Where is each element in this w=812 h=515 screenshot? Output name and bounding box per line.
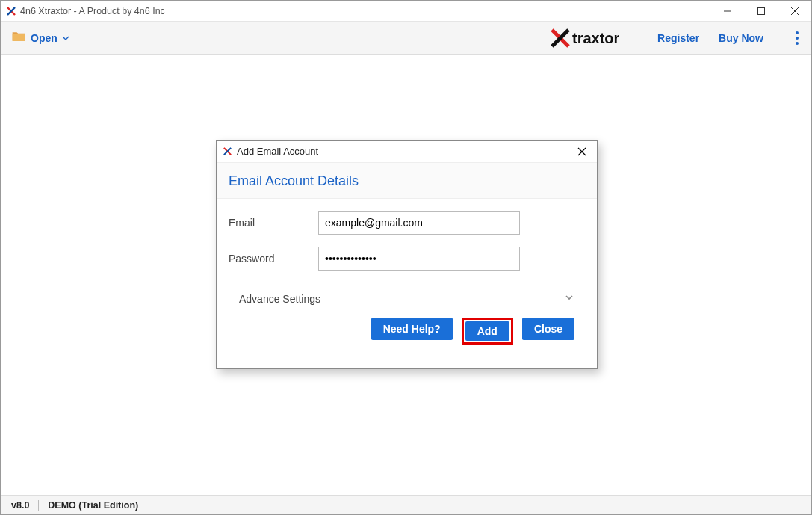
dialog-icon [223,147,232,156]
add-email-account-dialog: Add Email Account Email Account Details … [216,140,598,369]
chevron-down-icon [564,292,574,306]
register-link[interactable]: Register [657,32,699,44]
password-label: Password [229,253,318,265]
email-input[interactable] [318,211,520,235]
password-input[interactable] [318,247,520,271]
status-version: v8.0 [11,500,29,511]
open-menu-button[interactable]: Open [11,29,69,46]
advance-settings-label: Advance Settings [239,293,564,305]
need-help-button[interactable]: Need Help? [371,318,453,340]
titlebar: 4n6 Xtraxtor - A Product by 4n6 Inc [1,1,811,22]
minimize-button[interactable] [710,1,744,22]
advance-settings-toggle[interactable]: Advance Settings [229,283,585,315]
folder-icon [11,29,26,46]
buy-now-link[interactable]: Buy Now [719,32,763,44]
svg-text:traxtor: traxtor [572,30,620,46]
maximize-button[interactable] [744,1,778,22]
window-title: 4n6 Xtraxtor - A Product by 4n6 Inc [20,6,710,16]
toolbar: Open traxtor Register Buy Now [1,22,811,55]
password-row: Password [229,247,585,271]
more-menu-button[interactable] [783,22,811,55]
add-button[interactable]: Add [465,321,509,341]
close-window-button[interactable] [778,1,811,22]
content-area: Add Email Account Email Account Details … [1,55,811,495]
email-label: Email [229,217,318,229]
dialog-close-button[interactable] [573,143,591,161]
dialog-body: Email Password Advance Settings Need Hel… [217,199,597,368]
dialog-heading: Email Account Details [217,163,597,199]
svg-point-5 [796,31,799,34]
dialog-titlebar: Add Email Account [217,141,597,163]
close-button[interactable]: Close [522,318,574,340]
email-row: Email [229,211,585,235]
brand-logo: traxtor [550,27,647,49]
caret-down-icon [62,32,69,44]
add-button-highlight: Add [462,318,513,345]
status-edition: DEMO (Trial Edition) [48,500,138,511]
brand-area: traxtor Register Buy Now [550,22,811,55]
open-label: Open [31,32,58,44]
app-icon [6,6,16,16]
status-divider [38,500,39,511]
status-bar: v8.0 DEMO (Trial Edition) [1,495,811,514]
dialog-footer: Need Help? Add Close [229,315,585,355]
dialog-title: Add Email Account [237,146,573,157]
app-window: 4n6 Xtraxtor - A Product by 4n6 Inc Open… [0,0,812,515]
svg-point-7 [796,42,799,45]
svg-rect-1 [757,7,764,14]
svg-point-6 [796,37,799,40]
